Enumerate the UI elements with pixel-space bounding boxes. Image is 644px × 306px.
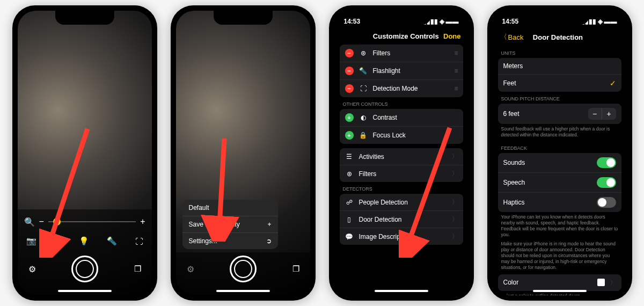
activities-icon: ☰ [345, 153, 354, 161]
row-filters[interactable]: − ⊛ Filters ≡ [340, 45, 463, 62]
add-icon[interactable]: + [345, 131, 354, 140]
svg-line-5 [405, 128, 450, 252]
svg-line-3 [219, 139, 224, 235]
shutter-inner [234, 260, 252, 278]
row-color[interactable]: Color 〉 [498, 274, 621, 291]
feedback-header: FEEDBACK [493, 141, 627, 153]
shutter-inner [76, 260, 94, 278]
chevron-left-icon: 〈 [500, 32, 507, 42]
status-time: 14:55 [502, 18, 519, 25]
detect-mode-icon[interactable]: ⛶ [135, 237, 143, 246]
pitch-value: 6 feet [503, 110, 583, 118]
phone-2: Default Save New Activity + Settings... … [171, 5, 316, 301]
plus-label[interactable]: + [140, 217, 145, 227]
included-controls-group: − ⊛ Filters ≡ − 🔦 Flashlight ≡ − ⛶ Detec… [340, 45, 463, 97]
units-group: Meters Feet ✓ [498, 58, 621, 92]
drag-handle-icon[interactable]: ≡ [454, 85, 457, 92]
sounds-label: Sounds [503, 159, 591, 166]
settings-gear-icon[interactable]: ⚙ [187, 264, 194, 274]
remove-icon[interactable]: − [345, 67, 354, 75]
row-sounds: Sounds [498, 153, 621, 173]
filters-label: Filters [373, 49, 449, 57]
color-group: Color 〉 [498, 274, 621, 291]
drag-handle-icon[interactable]: ≡ [454, 67, 457, 75]
phone-1: 🔍 − + 📷 ☀ 💡 🔦 ⛶ ⚙ ❐ [12, 5, 157, 301]
color-swatch [597, 279, 605, 286]
add-icon[interactable]: + [345, 113, 354, 122]
flashlight-icon: 🔦 [359, 67, 368, 75]
annotation-arrow [399, 123, 458, 258]
speech-label: Speech [503, 179, 591, 186]
detection-mode-icon: ⛶ [359, 85, 368, 92]
meters-label: Meters [503, 62, 616, 70]
row-pitch: 6 feet − + [498, 104, 621, 124]
haptics-toggle[interactable] [597, 197, 616, 208]
units-header: UNITS [493, 46, 627, 58]
back-button[interactable]: 〈 Back [500, 32, 524, 42]
shutter-button[interactable] [71, 256, 98, 282]
screen-2: Default Save New Activity + Settings... … [176, 11, 310, 295]
chevron-right-icon: 〉 [610, 279, 616, 287]
home-indicator[interactable] [216, 290, 270, 292]
notch [214, 11, 273, 25]
status-time: 14:53 [344, 18, 361, 25]
screen-4: 14:55 ▮▮▮▮ ◈ ▬▬ 〈 Back Door Detection UN… [493, 11, 627, 295]
multiwindow-icon[interactable]: ❐ [292, 264, 299, 274]
people-icon: ☍ [345, 199, 354, 206]
zoom-out-icon[interactable]: 🔍 [24, 217, 35, 227]
phone-3: 14:53 ▮▮▮▮ ◈ ▬▬ Customize Controls Done … [329, 5, 474, 301]
sounds-toggle[interactable] [597, 157, 616, 168]
chevron-circle-icon: ➲ [266, 237, 272, 245]
battery-icon: ▬▬ [604, 18, 617, 25]
stepper-plus[interactable]: + [602, 108, 616, 120]
shutter-button[interactable] [230, 256, 257, 282]
stepper-minus[interactable]: − [588, 108, 602, 120]
screen-3: 14:53 ▮▮▮▮ ◈ ▬▬ Customize Controls Done … [334, 11, 469, 295]
row-haptics: Haptics [498, 193, 621, 212]
row-detection-mode[interactable]: − ⛶ Detection Mode ≡ [340, 80, 463, 97]
flashlight-icon[interactable]: 🔦 [107, 236, 117, 246]
pitch-header: SOUND PITCH DISTANCE [493, 92, 627, 104]
nav-title: Customize Controls [369, 32, 444, 40]
row-flashlight[interactable]: − 🔦 Flashlight ≡ [340, 62, 463, 80]
bottom-action-row: ⚙ ❐ [182, 256, 304, 282]
pitch-stepper[interactable]: − + [588, 108, 616, 120]
row-feet[interactable]: Feet ✓ [498, 75, 621, 92]
camera-icon[interactable]: 📷 [26, 236, 36, 246]
home-indicator[interactable] [58, 290, 112, 292]
phone-4: 14:55 ▮▮▮▮ ◈ ▬▬ 〈 Back Door Detection UN… [487, 5, 632, 301]
filters-icon: ⊛ [345, 170, 354, 178]
feedback-footer-1: Your iPhone can let you know when it det… [493, 212, 627, 241]
multiwindow-icon[interactable]: ❐ [134, 264, 141, 274]
row-meters[interactable]: Meters [498, 58, 621, 75]
nav-bar: 〈 Back Door Detection [493, 28, 627, 46]
lock-icon: 🔒 [359, 132, 368, 139]
feedback-group: Sounds Speech Haptics [498, 153, 621, 212]
notch [372, 11, 431, 25]
magnifier-bottom-bar: ⚙ ❐ [176, 252, 310, 295]
drag-handle-icon[interactable]: ≡ [454, 49, 457, 57]
nav-bar: Customize Controls Done [334, 28, 469, 45]
remove-icon[interactable]: − [345, 84, 354, 93]
contrast-icon: ◐ [359, 114, 368, 121]
screen-1: 🔍 − + 📷 ☀ 💡 🔦 ⛶ ⚙ ❐ [18, 11, 152, 295]
door-icon: ▯ [345, 216, 354, 223]
color-label: Color [503, 279, 592, 286]
pitch-footer: Sound feedback will use a higher pitch w… [493, 124, 627, 141]
done-button[interactable]: Done [443, 32, 461, 40]
speech-toggle[interactable] [597, 177, 616, 188]
home-indicator[interactable] [533, 290, 587, 292]
plus-icon: + [267, 221, 271, 228]
detection-mode-label: Detection Mode [373, 85, 449, 92]
annotation-arrow [197, 134, 246, 242]
svg-line-1 [47, 129, 87, 251]
remove-icon[interactable]: − [345, 49, 354, 57]
contrast-label: Contrast [373, 114, 458, 121]
feet-label: Feet [503, 79, 604, 87]
pitch-group: 6 feet − + [498, 104, 621, 124]
flashlight-label: Flashlight [373, 67, 449, 75]
settings-gear-icon[interactable]: ⚙ [28, 264, 36, 274]
wifi-icon: ◈ [598, 18, 603, 25]
battery-icon: ▬▬ [446, 18, 459, 25]
home-indicator[interactable] [375, 290, 428, 292]
